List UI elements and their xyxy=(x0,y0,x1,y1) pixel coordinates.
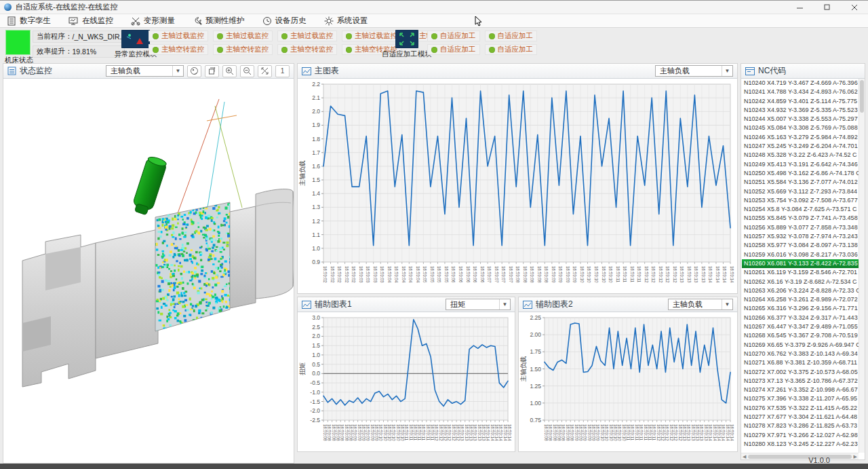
main-chart-plot[interactable]: 0.91.01.11.21.31.41.51.61.71.81.92.02.12… xyxy=(298,79,737,293)
title-bar: 自适应系统-在线监控-在线监控 xyxy=(0,1,868,14)
nc-code-line[interactable]: N10277 X7.677 Y-3.304 Z-11.621 A-64.48 xyxy=(742,413,859,421)
close-button[interactable] xyxy=(841,1,868,14)
palette-button[interactable] xyxy=(187,65,201,77)
svg-text:16:59:09: 16:59:09 xyxy=(374,424,379,441)
aux-chart2-signal-dropdown[interactable]: 主轴负载▼ xyxy=(668,299,733,310)
view-signal-dropdown[interactable]: 主轴负载▼ xyxy=(106,65,184,77)
svg-text:16:59:08: 16:59:08 xyxy=(323,424,328,441)
nc-code-line[interactable]: N10267 X6.447 Y-3.347 Z-9.489 A-71.055 xyxy=(742,322,859,331)
nc-code-line[interactable]: N10244 X5.007 Y-3.338 Z-5.553 A-75.297 xyxy=(742,115,859,124)
main-chart-signal-dropdown[interactable]: 主轴负载▼ xyxy=(655,65,733,77)
nc-code-line[interactable]: N10255 X5.845 Y-3.079 Z-7.741 A-73.458 xyxy=(742,214,859,223)
adaptive-machining-button[interactable]: 自适应加工 xyxy=(485,44,538,55)
minimize-button[interactable] xyxy=(787,1,814,14)
rotate-view-button[interactable] xyxy=(205,65,219,77)
zoom-out-button[interactable] xyxy=(240,65,254,77)
machine-part-3d-view[interactable] xyxy=(3,79,294,463)
maximize-button[interactable] xyxy=(814,1,841,14)
nc-code-line[interactable]: N10278 X7.823 Y-3.286 Z-11.825 A-63.73 xyxy=(742,421,859,430)
nc-code-line[interactable]: N10269 X6.65 Y-3.379 Z-9.926 A-69.947 C xyxy=(742,341,859,350)
menu-online-monitor[interactable]: 在线监控 xyxy=(68,16,113,26)
svg-text:16:59:11: 16:59:11 xyxy=(421,424,426,441)
nc-code-line[interactable]: N10245 X5.084 Y-3.308 Z-5.769 A-75.088 xyxy=(742,124,859,132)
nc-code-line[interactable]: N10262 X6.16 Y-3.19 Z-8.682 A-72.534 C xyxy=(742,278,859,286)
svg-text:16:59:10: 16:59:10 xyxy=(587,266,591,283)
menu-device-history[interactable]: 设备历史 xyxy=(262,16,307,26)
adaptive-machining-button[interactable]: 自适应加工 xyxy=(427,31,480,41)
nc-code-line[interactable]: N10266 X6.377 Y-3.324 Z-9.317 A-71.443 xyxy=(742,314,859,322)
zoom-in-button[interactable] xyxy=(222,65,237,77)
nc-code-line[interactable]: N10280 X8.123 Y-3.245 Z-12.227 A-62.23 xyxy=(742,440,859,449)
nc-code-line[interactable]: N10246 X5.163 Y-3.279 Z-5.984 A-74.892 xyxy=(742,133,859,142)
nc-code-line[interactable]: N10247 X5.245 Y-3.249 Z-6.204 A-74.701 xyxy=(742,142,859,151)
nc-code-line[interactable]: N10240 X4.719 Y-3.467 Z-4.669 A-76.396 xyxy=(742,79,859,88)
nc-code-line[interactable]: N10268 X6.545 Y-3.367 Z-9.708 A-70.519 xyxy=(742,331,859,340)
svg-text:16:59:02: 16:59:02 xyxy=(323,266,328,283)
nc-code-line[interactable]: N10251 X5.584 Y-3.136 Z-7.077 A-74.012 xyxy=(742,178,859,187)
svg-text:16:59:06: 16:59:06 xyxy=(451,266,456,283)
nc-code-line[interactable]: N10259 X6.016 Y-3.098 Z-8.217 A-73.036 xyxy=(742,250,859,259)
nc-code-line[interactable]: N10271 X6.88 Y-3.381 Z-10.359 A-68.711 xyxy=(742,358,859,367)
spindle-idle-monitor-button[interactable]: 主轴空转监控 xyxy=(277,44,337,55)
nc-code-line[interactable]: N10250 X5.498 Y-3.162 Z-6.86 A-74.178 C xyxy=(742,169,859,178)
scroll-left-arrow-icon[interactable]: ◀ xyxy=(743,454,746,459)
menu-system-settings[interactable]: 系统设置 xyxy=(324,16,368,26)
nc-code-line[interactable]: N10256 X5.889 Y-3.077 Z-7.858 A-73.348 xyxy=(742,223,859,232)
svg-text:16:59:08: 16:59:08 xyxy=(327,424,332,441)
svg-text:16:59:14: 16:59:14 xyxy=(503,424,508,441)
nc-code-line[interactable]: N10270 X6.762 Y-3.383 Z-10.143 A-69.34 xyxy=(742,350,859,358)
svg-text:16:59:14: 16:59:14 xyxy=(717,424,722,441)
spindle-overload-monitor-button[interactable]: 主轴过载监控 xyxy=(213,31,273,41)
nc-code-line[interactable]: N10252 X5.669 Y-3.112 Z-7.293 A-73.844 xyxy=(742,187,859,196)
nc-code-line[interactable]: N10263 X6.206 Y-3.224 Z-8.828 A-72.33 C xyxy=(742,286,859,295)
nc-code-line[interactable]: N10242 X4.859 Y-3.401 Z-5.114 A-75.775 xyxy=(742,97,859,106)
nc-code-line[interactable]: N10248 X5.328 Y-3.22 Z-6.423 A-74.52 C xyxy=(742,151,859,160)
svg-text:16:59:09: 16:59:09 xyxy=(370,424,375,441)
chevron-down-icon: ▼ xyxy=(722,299,732,309)
svg-text:1.7: 1.7 xyxy=(312,149,320,156)
svg-text:16:59:10: 16:59:10 xyxy=(600,424,605,441)
svg-text:16:59:09: 16:59:09 xyxy=(353,424,357,441)
nc-code-line[interactable]: N10264 X6.258 Y-3.261 Z-8.989 A-72.072 xyxy=(742,295,859,304)
svg-text:16:59:13: 16:59:13 xyxy=(679,266,684,283)
scroll-right-arrow-icon[interactable]: ▶ xyxy=(854,454,857,459)
spindle-overload-monitor-button[interactable]: 主轴过载监控 xyxy=(149,31,208,41)
menu-deform-measure[interactable]: 变形测量 xyxy=(131,16,175,26)
aux-chart2-plot[interactable]: 0.751.001.251.501.752.002.2516:59:0816:5… xyxy=(519,312,737,451)
workpiece-3d-model xyxy=(22,189,294,387)
nc-code-line[interactable]: N10274 X7.261 Y-3.352 Z-10.998 A-66.67 xyxy=(742,386,859,394)
nc-vertical-scrollbar[interactable] xyxy=(859,79,865,453)
nc-code-line[interactable]: N10243 X4.932 Y-3.369 Z-5.335 A-75.523 xyxy=(742,106,859,115)
fit-view-button[interactable] xyxy=(258,65,272,77)
page-indicator[interactable]: 1 xyxy=(275,65,290,77)
nc-code-line[interactable]: N10279 X7.971 Y-3.266 Z-12.027 A-62.98 xyxy=(742,431,859,440)
nc-horizontal-scrollbar[interactable]: ◀ ▶ xyxy=(741,453,859,459)
nc-code-line[interactable]: N10257 X5.932 Y-3.078 Z-7.974 A-73.243 xyxy=(742,232,859,241)
adaptive-machining-button[interactable]: 自适应加工 xyxy=(427,44,480,55)
nc-code-line[interactable]: N10258 X5.977 Y-3.084 Z-8.097 A-73.138 xyxy=(742,241,859,250)
svg-text:16:59:08: 16:59:08 xyxy=(332,424,336,441)
nc-code-line[interactable]: N10249 X5.413 Y-3.191 Z-6.642 A-74.346 xyxy=(742,160,859,169)
nc-code-line-active[interactable]: N10260 X6.081 Y-3.133 Z-8.422 A-72.835 xyxy=(742,259,859,268)
spindle-overload-monitor-button[interactable]: 主轴过载监控 xyxy=(277,31,337,41)
nc-code-line[interactable]: N10241 X4.788 Y-3.434 Z-4.893 A-76.062 xyxy=(742,88,859,96)
nc-code-line[interactable]: N10253 X5.754 Y-3.092 Z-7.508 A-73.677 xyxy=(742,196,859,205)
nc-code-line[interactable]: N10261 X6.119 Y-3.159 Z-8.546 A-72.701 xyxy=(742,268,859,277)
nc-code-line[interactable]: N10275 X7.396 Y-3.338 Z-11.207 A-65.95 xyxy=(742,394,859,403)
nc-code-line[interactable]: N10272 X7.002 Y-3.375 Z-10.573 A-68.05 xyxy=(742,368,859,377)
nc-code-line[interactable]: N10265 X6.316 Y-3.296 Z-9.156 A-71.771 xyxy=(742,304,859,313)
nc-code-line[interactable]: N10254 X5.8 Y-3.084 Z-7.625 A-73.571 C xyxy=(742,205,859,214)
menu-predictive-maintenance[interactable]: 预测性维护 xyxy=(193,16,245,26)
svg-text:16:59:05: 16:59:05 xyxy=(430,266,435,283)
svg-text:16:59:10: 16:59:10 xyxy=(378,424,383,441)
nc-code-line[interactable]: N10276 X7.535 Y-3.322 Z-11.415 A-65.22 xyxy=(742,404,859,413)
aux-chart1-signal-dropdown[interactable]: 扭矩▼ xyxy=(446,299,511,310)
aux-chart1-plot[interactable]: -2.5-2.0-1.5-1.0-0.50.00.51.01.52.02.53.… xyxy=(298,312,515,451)
spindle-idle-monitor-button[interactable]: 主轴空转监控 xyxy=(213,44,273,55)
nc-code-line[interactable]: N10273 X7.13 Y-3.365 Z-10.786 A-67.372 xyxy=(742,377,859,386)
adaptive-machining-button[interactable]: 自适应加工 xyxy=(485,31,538,41)
svg-text:16:59:11: 16:59:11 xyxy=(637,266,642,283)
menu-digital-twin[interactable]: 数字孪生 xyxy=(7,16,51,26)
spindle-idle-monitor-button[interactable]: 主轴空转监控 xyxy=(149,44,208,55)
svg-text:16:59:14: 16:59:14 xyxy=(708,424,713,441)
